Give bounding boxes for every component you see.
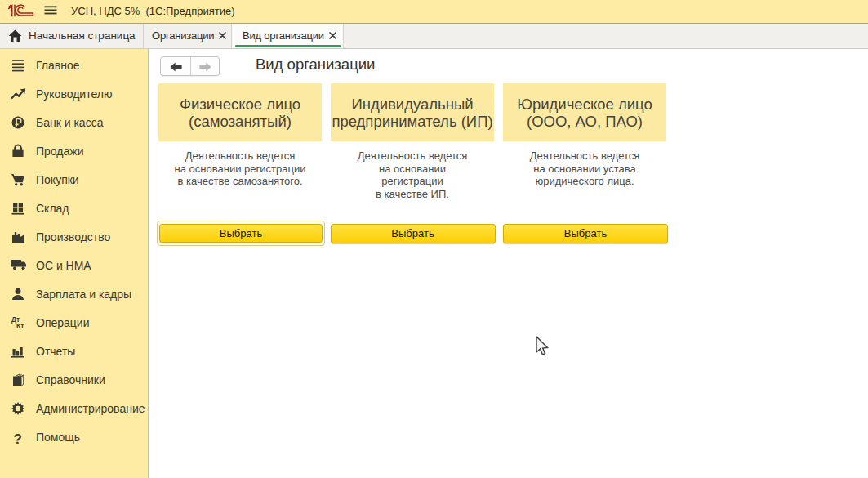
svg-text:Кт: Кт <box>16 322 24 330</box>
svg-text:?: ? <box>14 431 22 446</box>
